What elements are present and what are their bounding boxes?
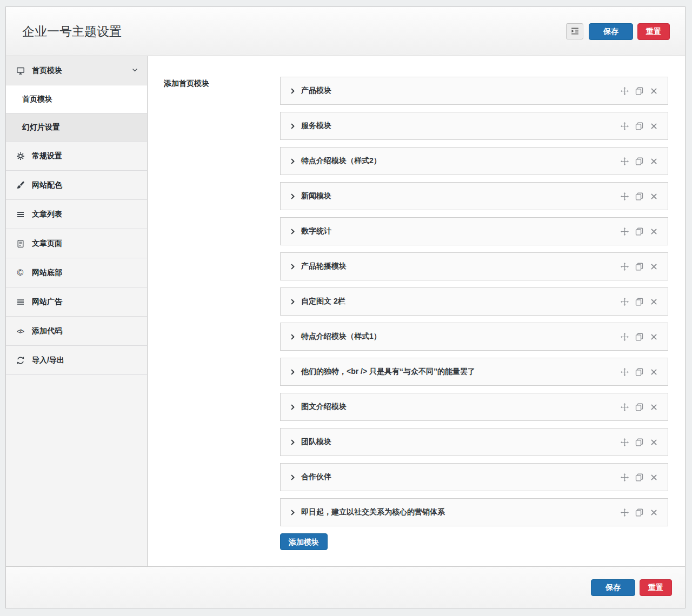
sidebar-item-site-footer[interactable]: © 网站底部 [6,258,147,287]
save-button[interactable]: 保存 [589,23,633,40]
move-icon[interactable] [621,192,629,200]
reset-button[interactable]: 重置 [637,23,670,40]
module-actions [621,122,658,130]
module-panel[interactable]: 图文介绍模块 [280,393,668,421]
close-icon[interactable] [650,508,658,517]
close-icon[interactable] [650,157,658,165]
move-icon[interactable] [621,473,629,481]
module-title: 服务模块 [301,121,331,131]
move-icon[interactable] [621,508,629,517]
copy-icon[interactable] [635,263,643,271]
move-icon[interactable] [621,333,629,341]
module-title: 合作伙伴 [301,472,331,482]
copy-icon[interactable] [635,122,643,130]
close-icon[interactable] [650,403,658,411]
close-icon[interactable] [650,263,658,271]
move-icon[interactable] [621,263,629,271]
module-panel[interactable]: 产品模块 [280,77,668,105]
move-icon[interactable] [621,403,629,411]
copy-icon[interactable] [635,438,643,446]
move-icon[interactable] [621,157,629,165]
module-panel[interactable]: 合作伙伴 [280,463,668,491]
move-icon[interactable] [621,368,629,376]
module-title: 图文介绍模块 [301,402,347,412]
module-title: 自定图文 2栏 [301,297,345,306]
close-icon[interactable] [650,438,658,446]
close-icon[interactable] [650,333,658,341]
sidebar-item-import-export[interactable]: 导入/导出 [6,346,147,375]
sidebar-subitem-home-modules[interactable]: 首页模块 [6,85,147,113]
chevron-right-icon [289,509,296,516]
module-panel[interactable]: 新闻模块 [280,182,668,210]
module-actions [621,438,658,446]
copy-icon[interactable] [635,508,643,517]
move-icon[interactable] [621,227,629,236]
copy-icon[interactable] [635,227,643,236]
close-icon[interactable] [650,122,658,130]
move-icon[interactable] [621,298,629,306]
section-label: 添加首页模块 [164,77,280,89]
copy-icon[interactable] [635,298,643,306]
module-actions [621,333,658,341]
chevron-right-icon [289,158,296,165]
module-panel[interactable]: 特点介绍模块（样式2） [280,147,668,175]
copy-icon[interactable] [635,87,643,95]
module-title: 他们的独特，<br /> 只是具有“与众不同”的能量罢了 [301,367,475,377]
copy-icon[interactable] [635,157,643,165]
module-panel[interactable]: 团队模块 [280,428,668,456]
collapse-outdent-button[interactable] [566,23,583,39]
copy-icon[interactable] [635,192,643,200]
copyright-icon: © [16,268,25,277]
close-icon[interactable] [650,473,658,481]
sidebar-item-home-modules[interactable]: 首页模块 [6,56,147,85]
close-icon[interactable] [650,298,658,306]
footer-reset-button[interactable]: 重置 [640,579,672,596]
document-icon [16,239,25,248]
copy-icon[interactable] [635,403,643,411]
close-icon[interactable] [650,87,658,95]
brush-icon [16,180,25,190]
add-module-button[interactable]: 添加模块 [280,533,328,550]
sidebar-item-general-settings[interactable]: 常规设置 [6,142,147,171]
copy-icon[interactable] [635,368,643,376]
copy-icon[interactable] [635,473,643,481]
sidebar-item-label: 网站底部 [32,268,62,278]
module-actions [621,192,658,200]
body-layout: 首页模块 首页模块 幻灯片设置 常规设置 网站配色 文章列表 [6,56,685,566]
module-panel[interactable]: 自定图文 2栏 [280,287,668,316]
module-title: 数字统计 [301,226,331,236]
footer-save-button[interactable]: 保存 [591,579,635,596]
close-icon[interactable] [650,192,658,200]
sidebar-item-article-list[interactable]: 文章列表 [6,200,147,229]
sidebar-item-site-ads[interactable]: 网站广告 [6,287,147,317]
sidebar-item-site-colors[interactable]: 网站配色 [6,171,147,200]
sidebar-item-label: 文章列表 [32,210,62,219]
module-title: 产品轮播模块 [301,262,347,271]
module-title: 产品模块 [301,86,331,96]
module-panel[interactable]: 特点介绍模块（样式1） [280,323,668,351]
sidebar-item-label: 网站广告 [32,297,62,307]
copy-icon[interactable] [635,333,643,341]
module-panel[interactable]: 他们的独特，<br /> 只是具有“与众不同”的能量罢了 [280,358,668,386]
module-title: 即日起，建立以社交关系为核心的营销体系 [301,507,445,517]
sidebar-subitem-slideshow-settings[interactable]: 幻灯片设置 [6,113,147,142]
chevron-right-icon [289,298,296,305]
move-icon[interactable] [621,87,629,95]
module-actions [621,508,658,517]
sidebar-item-article-page[interactable]: 文章页面 [6,229,147,258]
list-icon [16,297,25,306]
close-icon[interactable] [650,227,658,236]
module-panel[interactable]: 即日起，建立以社交关系为核心的营销体系 [280,498,668,526]
module-panel[interactable]: 服务模块 [280,112,668,140]
move-icon[interactable] [621,438,629,446]
main-content: 添加首页模块 产品模块 服务模块 [148,56,685,566]
move-icon[interactable] [621,122,629,130]
module-panel[interactable]: 产品轮播模块 [280,252,668,280]
close-icon[interactable] [650,368,658,376]
sidebar-item-add-code[interactable]: </> 添加代码 [6,317,147,346]
module-actions [621,473,658,481]
module-panel[interactable]: 数字统计 [280,217,668,245]
sidebar-item-label: 网站配色 [32,180,62,190]
monitor-icon [16,66,25,75]
footer-bar: 保存 重置 [6,566,685,608]
